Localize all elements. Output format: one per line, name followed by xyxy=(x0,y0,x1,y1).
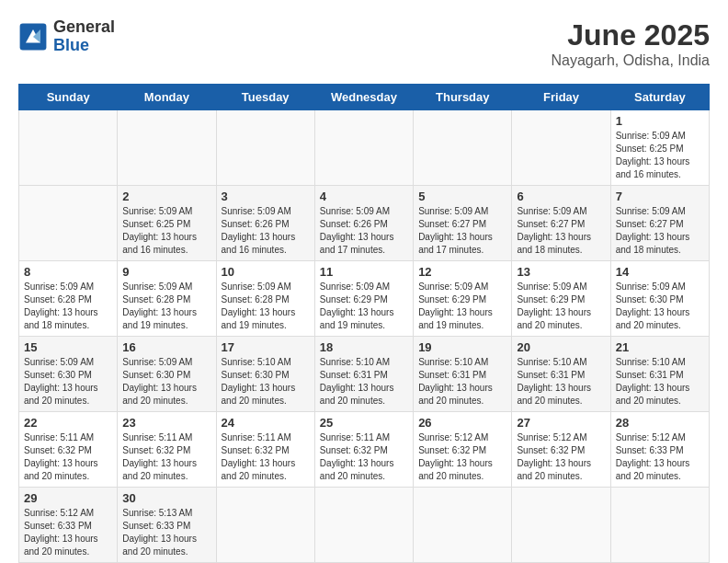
calendar-cell: 8Sunrise: 5:09 AM Sunset: 6:28 PM Daylig… xyxy=(19,261,118,337)
calendar-cell: 22Sunrise: 5:11 AM Sunset: 6:32 PM Dayli… xyxy=(19,412,118,488)
day-number: 15 xyxy=(24,340,112,354)
logo: General Blue xyxy=(18,18,115,55)
logo-blue-text: Blue xyxy=(53,36,89,54)
calendar-cell: 15Sunrise: 5:09 AM Sunset: 6:30 PM Dayli… xyxy=(19,337,118,412)
day-info: Sunrise: 5:10 AM Sunset: 6:31 PM Dayligh… xyxy=(418,356,506,408)
day-info: Sunrise: 5:11 AM Sunset: 6:32 PM Dayligh… xyxy=(24,431,112,483)
calendar-cell: 29Sunrise: 5:12 AM Sunset: 6:33 PM Dayli… xyxy=(19,488,118,563)
day-info: Sunrise: 5:12 AM Sunset: 6:32 PM Dayligh… xyxy=(418,431,506,483)
calendar-cell: 23Sunrise: 5:11 AM Sunset: 6:32 PM Dayli… xyxy=(118,412,216,488)
week-row: 2Sunrise: 5:09 AM Sunset: 6:25 PM Daylig… xyxy=(19,186,710,261)
day-number: 21 xyxy=(616,340,704,354)
day-info: Sunrise: 5:12 AM Sunset: 6:33 PM Dayligh… xyxy=(24,507,112,558)
day-number: 5 xyxy=(418,190,506,203)
day-number: 4 xyxy=(320,190,408,203)
calendar-cell xyxy=(216,488,314,563)
day-of-week-header: Saturday xyxy=(610,85,709,110)
day-number: 12 xyxy=(418,265,506,279)
calendar-cell xyxy=(19,186,118,261)
calendar-title: June 2025 xyxy=(551,18,710,52)
day-number: 28 xyxy=(616,416,704,430)
day-info: Sunrise: 5:09 AM Sunset: 6:29 PM Dayligh… xyxy=(320,281,408,332)
calendar-cell: 2Sunrise: 5:09 AM Sunset: 6:25 PM Daylig… xyxy=(118,186,216,261)
calendar-cell: 20Sunrise: 5:10 AM Sunset: 6:31 PM Dayli… xyxy=(512,337,610,412)
week-row: 1Sunrise: 5:09 AM Sunset: 6:25 PM Daylig… xyxy=(19,110,710,186)
calendar-cell: 17Sunrise: 5:10 AM Sunset: 6:30 PM Dayli… xyxy=(216,337,314,412)
day-number: 18 xyxy=(320,340,408,354)
week-row: 22Sunrise: 5:11 AM Sunset: 6:32 PM Dayli… xyxy=(19,412,710,488)
day-info: Sunrise: 5:11 AM Sunset: 6:32 PM Dayligh… xyxy=(122,431,210,483)
day-info: Sunrise: 5:11 AM Sunset: 6:32 PM Dayligh… xyxy=(222,431,310,483)
day-info: Sunrise: 5:09 AM Sunset: 6:27 PM Dayligh… xyxy=(517,205,605,257)
day-info: Sunrise: 5:09 AM Sunset: 6:28 PM Dayligh… xyxy=(222,281,310,332)
day-info: Sunrise: 5:09 AM Sunset: 6:25 PM Dayligh… xyxy=(616,130,704,181)
day-of-week-header: Thursday xyxy=(414,85,512,110)
calendar-cell: 27Sunrise: 5:12 AM Sunset: 6:32 PM Dayli… xyxy=(512,412,610,488)
calendar-cell xyxy=(610,488,709,563)
calendar-cell: 7Sunrise: 5:09 AM Sunset: 6:27 PM Daylig… xyxy=(610,186,709,261)
day-number: 17 xyxy=(222,340,310,354)
day-number: 30 xyxy=(122,491,210,505)
day-number: 19 xyxy=(418,340,506,354)
calendar-cell: 18Sunrise: 5:10 AM Sunset: 6:31 PM Dayli… xyxy=(314,337,413,412)
day-info: Sunrise: 5:10 AM Sunset: 6:31 PM Dayligh… xyxy=(616,356,704,408)
calendar-cell xyxy=(118,110,216,186)
day-number: 24 xyxy=(222,416,310,430)
day-number: 16 xyxy=(122,340,210,354)
calendar-cell: 9Sunrise: 5:09 AM Sunset: 6:28 PM Daylig… xyxy=(118,261,216,337)
day-number: 2 xyxy=(122,190,210,203)
logo-text: General Blue xyxy=(53,18,115,55)
day-info: Sunrise: 5:10 AM Sunset: 6:31 PM Dayligh… xyxy=(320,356,408,408)
calendar-cell: 6Sunrise: 5:09 AM Sunset: 6:27 PM Daylig… xyxy=(512,186,610,261)
calendar-cell: 21Sunrise: 5:10 AM Sunset: 6:31 PM Dayli… xyxy=(610,337,709,412)
calendar-cell: 25Sunrise: 5:11 AM Sunset: 6:32 PM Dayli… xyxy=(314,412,413,488)
calendar-cell: 3Sunrise: 5:09 AM Sunset: 6:26 PM Daylig… xyxy=(216,186,314,261)
calendar-cell: 5Sunrise: 5:09 AM Sunset: 6:27 PM Daylig… xyxy=(414,186,512,261)
days-of-week-row: SundayMondayTuesdayWednesdayThursdayFrid… xyxy=(19,85,710,110)
calendar-cell: 19Sunrise: 5:10 AM Sunset: 6:31 PM Dayli… xyxy=(414,337,512,412)
day-info: Sunrise: 5:11 AM Sunset: 6:32 PM Dayligh… xyxy=(320,431,408,483)
calendar-cell: 14Sunrise: 5:09 AM Sunset: 6:30 PM Dayli… xyxy=(610,261,709,337)
day-info: Sunrise: 5:09 AM Sunset: 6:29 PM Dayligh… xyxy=(517,281,605,332)
calendar-subtitle: Nayagarh, Odisha, India xyxy=(551,52,710,69)
calendar-cell: 26Sunrise: 5:12 AM Sunset: 6:32 PM Dayli… xyxy=(414,412,512,488)
day-info: Sunrise: 5:09 AM Sunset: 6:30 PM Dayligh… xyxy=(24,356,112,408)
day-of-week-header: Sunday xyxy=(19,85,118,110)
calendar-cell: 4Sunrise: 5:09 AM Sunset: 6:26 PM Daylig… xyxy=(314,186,413,261)
day-number: 8 xyxy=(24,265,112,279)
day-info: Sunrise: 5:10 AM Sunset: 6:30 PM Dayligh… xyxy=(222,356,310,408)
day-info: Sunrise: 5:10 AM Sunset: 6:31 PM Dayligh… xyxy=(517,356,605,408)
day-number: 1 xyxy=(616,114,704,128)
calendar-cell: 30Sunrise: 5:13 AM Sunset: 6:33 PM Dayli… xyxy=(118,488,216,563)
calendar-header: SundayMondayTuesdayWednesdayThursdayFrid… xyxy=(19,85,710,110)
day-info: Sunrise: 5:09 AM Sunset: 6:27 PM Dayligh… xyxy=(418,205,506,257)
day-info: Sunrise: 5:09 AM Sunset: 6:26 PM Dayligh… xyxy=(222,205,310,257)
calendar-cell xyxy=(512,488,610,563)
calendar-cell: 12Sunrise: 5:09 AM Sunset: 6:29 PM Dayli… xyxy=(414,261,512,337)
logo-general-text: General xyxy=(53,17,115,36)
day-number: 13 xyxy=(517,265,605,279)
day-number: 7 xyxy=(616,190,704,203)
day-of-week-header: Friday xyxy=(512,85,610,110)
day-number: 14 xyxy=(616,265,704,279)
day-number: 11 xyxy=(320,265,408,279)
day-number: 10 xyxy=(222,265,310,279)
calendar-table: SundayMondayTuesdayWednesdayThursdayFrid… xyxy=(18,84,710,563)
calendar-cell: 1Sunrise: 5:09 AM Sunset: 6:25 PM Daylig… xyxy=(610,110,709,186)
calendar-body: 1Sunrise: 5:09 AM Sunset: 6:25 PM Daylig… xyxy=(19,110,710,563)
day-number: 6 xyxy=(517,190,605,203)
day-number: 22 xyxy=(24,416,112,430)
calendar-cell xyxy=(19,110,118,186)
calendar-cell: 13Sunrise: 5:09 AM Sunset: 6:29 PM Dayli… xyxy=(512,261,610,337)
day-info: Sunrise: 5:09 AM Sunset: 6:30 PM Dayligh… xyxy=(616,281,704,332)
calendar-cell xyxy=(414,488,512,563)
day-info: Sunrise: 5:09 AM Sunset: 6:25 PM Dayligh… xyxy=(122,205,210,257)
day-of-week-header: Monday xyxy=(118,85,216,110)
day-number: 27 xyxy=(517,416,605,430)
title-block: June 2025 Nayagarh, Odisha, India xyxy=(551,18,710,69)
week-row: 29Sunrise: 5:12 AM Sunset: 6:33 PM Dayli… xyxy=(19,488,710,563)
calendar-cell: 11Sunrise: 5:09 AM Sunset: 6:29 PM Dayli… xyxy=(314,261,413,337)
day-of-week-header: Wednesday xyxy=(314,85,413,110)
calendar-cell xyxy=(314,110,413,186)
logo-icon xyxy=(18,22,48,52)
